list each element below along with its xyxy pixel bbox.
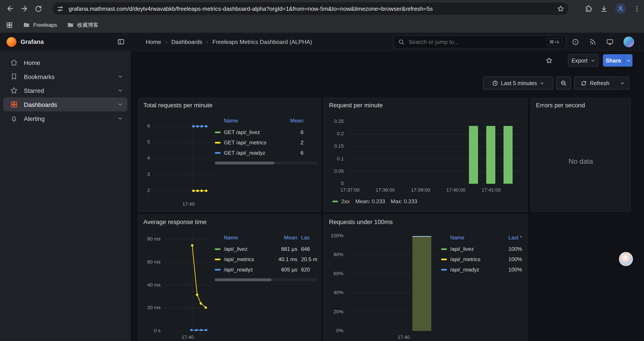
url-bar[interactable] [52, 3, 568, 15]
series-name[interactable]: GET /api/_metrics [224, 139, 286, 146]
avg-response-chart[interactable] [164, 235, 212, 331]
chevron-down-icon[interactable] [118, 116, 123, 121]
legend-row: GET /api/_livez 6 [215, 127, 318, 137]
series-name[interactable]: /api/_readyz [450, 266, 502, 272]
refresh-button[interactable]: Refresh [574, 77, 616, 90]
series-name[interactable]: /api/_metrics [450, 256, 502, 262]
sidebar-item-alerting[interactable]: Alerting [3, 112, 127, 126]
chevron-down-icon[interactable] [118, 74, 123, 79]
back-button[interactable] [3, 2, 17, 16]
app-root: Freeleaps 收藏博客 Grafana Home › Dashboards… [0, 0, 644, 341]
refresh-interval-button[interactable] [616, 77, 629, 90]
series-name[interactable]: /api/_livez [450, 246, 502, 252]
forward-icon [20, 5, 28, 13]
series-last: 646 [298, 246, 318, 252]
site-info-icon[interactable] [57, 5, 64, 12]
chevron-down-icon[interactable] [118, 88, 123, 93]
series-color-readyz [441, 269, 447, 270]
home-icon [10, 58, 18, 67]
sidebar-item-starred[interactable]: Starred [3, 83, 127, 97]
legend-header-mean[interactable]: Mean [274, 234, 298, 240]
scrollbar-thumb[interactable] [215, 278, 271, 281]
download-icon[interactable] [600, 5, 608, 13]
grafana-brand[interactable]: Grafana [20, 38, 117, 45]
legend-header-name[interactable]: Name [224, 234, 274, 240]
panel-title[interactable]: Request per minute [329, 102, 383, 109]
floating-assistant-avatar[interactable] [619, 252, 633, 266]
grafana-top-nav: Grafana Home › Dashboards › Freeleaps Me… [0, 33, 644, 51]
url-input[interactable] [68, 5, 557, 12]
series-last: 100% [502, 256, 522, 262]
sidebar-item-home[interactable]: Home [3, 56, 127, 70]
panel-title[interactable]: Average response time [143, 218, 207, 225]
search-input[interactable] [408, 38, 546, 46]
bookmark-folder-blogs[interactable]: 收藏博客 [67, 21, 98, 29]
breadcrumb-home[interactable]: Home [146, 38, 161, 45]
panel-total-requests: Total requests per minute 6 5 4 3 2 17:4… [138, 98, 321, 212]
legend-header-mean[interactable]: Mean [286, 117, 303, 124]
panel-request-per-minute: Request per minute 0.25 0.2 0.15 0.1 0.0… [324, 98, 527, 212]
star-icon [10, 86, 18, 94]
series-name[interactable]: GET /api/_readyz [224, 150, 286, 156]
sidebar-item-dashboards[interactable]: Dashboards [3, 97, 127, 112]
legend-header: Name Last * [441, 233, 522, 241]
export-button[interactable]: Export [568, 54, 598, 67]
panel-title[interactable]: Total requests per minute [143, 102, 212, 109]
legend-header: Name Mean Las [215, 233, 318, 241]
bookmark-folder-freeleaps[interactable]: Freeleaps [23, 21, 57, 28]
help-icon[interactable]: ? [572, 38, 579, 46]
panel-requests-under-100ms: Requests under 100ms 100% 80% 60% 40% 20… [324, 215, 527, 341]
extensions-icon[interactable] [585, 5, 593, 13]
x-tick: 17:38:00 [369, 187, 402, 193]
legend-header-last[interactable]: Las [298, 234, 318, 240]
time-range-picker[interactable]: Last 5 minutes [483, 77, 553, 90]
request-per-minute-chart[interactable] [348, 122, 522, 184]
total-requests-chart[interactable] [153, 121, 213, 195]
panel-title[interactable]: Errors per second [536, 102, 585, 109]
y-tick: 60% [326, 270, 344, 276]
under-100ms-chart[interactable] [348, 236, 438, 331]
news-rss-icon[interactable] [589, 38, 596, 46]
legend-header-last[interactable]: Last * [502, 234, 522, 240]
series-name[interactable]: /api/_metrics [224, 256, 274, 262]
series-name[interactable]: /api/_livez [224, 246, 274, 252]
reload-icon [34, 5, 42, 13]
series-mean: 661 µs [274, 246, 298, 252]
search-box[interactable]: ⌘+k [394, 35, 566, 49]
legend-header-name[interactable]: Name [224, 117, 286, 124]
sidebar-item-label: Starred [24, 87, 44, 94]
zoom-out-button[interactable] [556, 77, 571, 90]
legend-scrollbar[interactable] [215, 162, 318, 164]
legend-table: Name Last * /api/_livez 100% /api/_metri… [441, 233, 522, 274]
chevron-down-icon[interactable] [118, 102, 123, 107]
legend-scrollbar[interactable] [215, 278, 318, 281]
user-avatar[interactable] [624, 37, 634, 47]
series-color-metrics [215, 142, 220, 143]
browser-profile-button[interactable] [615, 3, 626, 14]
series-name[interactable]: /api/_readyz [224, 266, 274, 272]
folder-icon [67, 21, 74, 28]
share-menu-button[interactable] [624, 54, 632, 67]
apps-grid-icon[interactable] [6, 21, 13, 29]
favorite-dashboard-icon[interactable] [545, 57, 553, 64]
sidebar-item-bookmarks[interactable]: Bookmarks [3, 70, 127, 84]
series-name[interactable]: 2xx [341, 198, 350, 204]
series-color-readyz [215, 269, 220, 270]
breadcrumb-dashboards[interactable]: Dashboards [171, 38, 202, 45]
bookmark-star-icon[interactable] [557, 5, 564, 12]
series-color-2xx [332, 200, 338, 202]
display-icon[interactable] [606, 38, 614, 46]
scrollbar-thumb[interactable] [215, 162, 274, 164]
no-data-message: No data [531, 158, 630, 166]
y-tick: 0.05 [327, 168, 344, 174]
reload-button[interactable] [31, 2, 45, 16]
series-name[interactable]: GET /api/_livez [224, 129, 286, 135]
dock-menu-icon[interactable] [117, 38, 125, 46]
legend-header-name[interactable]: Name [450, 234, 502, 240]
panel-title[interactable]: Requests under 100ms [329, 218, 393, 225]
share-button[interactable]: Share [603, 54, 624, 67]
browser-menu-icon[interactable] [633, 5, 641, 12]
y-tick: 3 [140, 171, 150, 177]
grafana-logo[interactable] [6, 37, 16, 47]
forward-button[interactable] [17, 2, 31, 16]
